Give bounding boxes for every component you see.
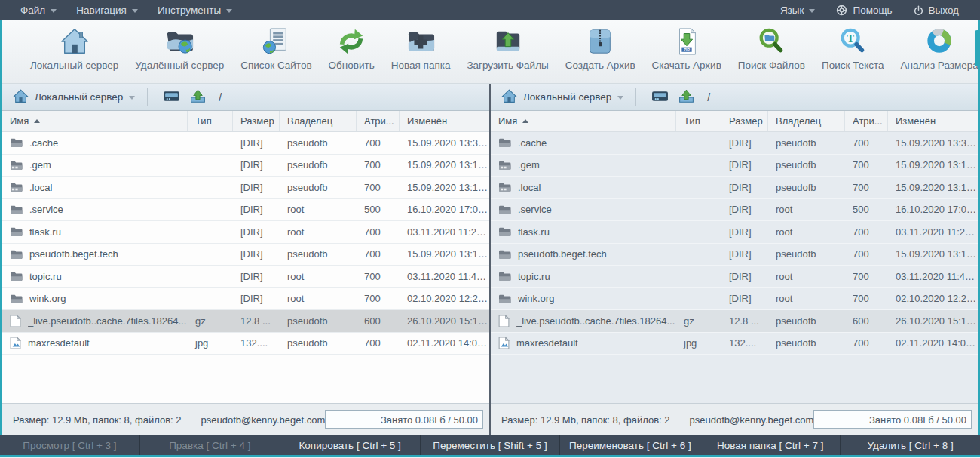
file-name: .service (29, 204, 63, 215)
table-row[interactable]: wink.org[DIR]root70002.10.2020 12:25... (2, 288, 489, 311)
tool-site-list[interactable]: Список Сайтов (232, 24, 320, 72)
folder-icon (498, 226, 511, 237)
table-row[interactable]: _live.pseudofb..cache.7files.18264...gz1… (491, 310, 978, 333)
column-header-attrs[interactable]: Атри... (357, 111, 400, 131)
cell-modified: 15.09.2020 13:12... (400, 159, 489, 171)
cell-name: .service (491, 204, 676, 215)
menu-tools[interactable]: Инструменты (148, 0, 242, 20)
menu-navigation[interactable]: Навигация (66, 0, 148, 20)
cell-attrs: 700 (357, 226, 400, 238)
btn-new-folder[interactable]: Новая папка [ Ctrl + 7 ] (700, 435, 840, 455)
edge-tab (975, 30, 980, 66)
column-header-name[interactable]: Имя (491, 111, 676, 131)
chevron-down-icon (132, 9, 138, 13)
drive-icon (163, 90, 180, 105)
chevron-down-icon (226, 9, 232, 13)
table-row[interactable]: .local[DIR]pseudofb70015.09.2020 13:12..… (2, 177, 489, 199)
server-dropdown[interactable]: Локальный сервер (10, 87, 141, 108)
menu-file[interactable]: Файл (11, 0, 66, 20)
column-header-modified[interactable]: Изменён (400, 111, 489, 131)
parent-dir-button[interactable] (185, 88, 211, 107)
path-bar: Локальный сервер / (2, 84, 489, 111)
disk-select-button[interactable] (158, 88, 185, 106)
cell-attrs: 700 (357, 293, 400, 304)
tool-upload-files[interactable]: Загрузить Файлы (458, 24, 556, 72)
file-name: .gem (518, 159, 540, 171)
table-row[interactable]: topic.ru[DIR]root70003.11.2020 11:46... (491, 266, 978, 288)
tool-label: Локальный сервер (30, 60, 118, 71)
column-header-name[interactable]: Имя (2, 111, 188, 131)
table-row[interactable]: .gem[DIR]pseudofb70015.09.2020 13:12... (491, 155, 978, 177)
file-name: pseudofb.beget.tech (29, 248, 118, 260)
cell-modified: 16.10.2020 17:04... (888, 204, 978, 215)
table-row[interactable]: maxresdefaultjpg132....pseudofb70002.11.… (2, 333, 489, 355)
btn-delete[interactable]: Удалить [ Ctrl + 8 ] (840, 435, 980, 455)
column-label: Атри... (364, 115, 394, 127)
tool-create-archive[interactable]: Создать Архив (557, 24, 644, 72)
menu-bar: ФайлНавигацияИнструменты ЯзыкПомощьВыход (0, 0, 980, 20)
table-row[interactable]: .service[DIR]root50016.10.2020 17:04... (2, 199, 489, 222)
column-header-attrs[interactable]: Атри... (845, 111, 888, 131)
table-row[interactable]: .service[DIR]root50016.10.2020 17:04... (491, 199, 978, 222)
table-row[interactable]: topic.ru[DIR]root70003.11.2020 11:46... (2, 266, 489, 288)
btn-rename[interactable]: Переименовать [ Ctrl + 6 ] (559, 435, 700, 455)
panes: Локальный сервер / ИмяТипРазмерВладелецА… (2, 84, 978, 435)
current-path: / (219, 91, 222, 103)
btn-copy[interactable]: Копировать [ Ctrl + 5 ] (280, 435, 420, 455)
pathbar-separator (147, 88, 148, 106)
table-row[interactable]: _live.pseudofb..cache.7files.18264...gz1… (2, 310, 489, 333)
tool-remote-server[interactable]: Удалённый сервер (127, 24, 232, 72)
menu-help[interactable]: Помощь (825, 0, 902, 20)
table-row[interactable]: wink.org[DIR]root70002.10.2020 12:25... (491, 288, 978, 311)
folder-shared-icon (10, 160, 23, 171)
file-name: .service (518, 204, 552, 215)
cell-modified: 03.11.2020 11:21... (888, 226, 978, 238)
server-dropdown[interactable]: Локальный сервер (498, 87, 629, 108)
cell-owner: root (768, 271, 845, 282)
selection-summary: Размер: 12.9 Mb, папок: 8, файлов: 2 (13, 414, 182, 426)
table-row[interactable]: .local[DIR]pseudofb70015.09.2020 13:12..… (491, 177, 978, 199)
column-header-owner[interactable]: Владелец (280, 111, 357, 131)
table-row[interactable]: flask.ru[DIR]root70003.11.2020 11:21... (491, 221, 978, 244)
account-label: pseudofb@kenny.beget.com (201, 414, 326, 426)
column-label: Владелец (287, 115, 332, 127)
cell-name: flask.ru (491, 226, 676, 238)
folder-icon (10, 294, 23, 304)
tool-download-archive[interactable]: ZIPСкачать Архив (644, 24, 730, 72)
cell-modified: 03.11.2020 11:21... (400, 226, 489, 238)
tool-local-server[interactable]: Локальный сервер (22, 24, 127, 72)
tool-new-folder[interactable]: Новая папка (383, 24, 459, 72)
column-header-modified[interactable]: Изменён (888, 111, 978, 131)
cell-size: [DIR] (233, 204, 280, 215)
column-header-size[interactable]: Размер (233, 111, 280, 131)
tool-size-analysis[interactable]: Анализ Размера (893, 24, 980, 72)
menu-label: Язык (780, 5, 804, 16)
table-row[interactable]: .cache[DIR]pseudofb70015.09.2020 13:33..… (491, 132, 978, 155)
tool-search-text[interactable]: TПоиск Текста (813, 24, 893, 72)
column-header-size[interactable]: Размер (721, 111, 768, 131)
cell-attrs: 700 (845, 248, 888, 260)
folder-icon (10, 271, 23, 281)
btn-move[interactable]: Переместить [ Shift + 5 ] (420, 435, 560, 455)
file-name: wink.org (518, 293, 554, 304)
table-row[interactable]: maxresdefaultjpg132....pseudofb70002.11.… (491, 333, 978, 355)
table-row[interactable]: .cache[DIR]pseudofb70015.09.2020 13:33..… (2, 132, 489, 155)
cell-size: [DIR] (233, 226, 280, 238)
parent-dir-button[interactable] (673, 88, 700, 107)
table-row[interactable]: pseudofb.beget.tech[DIR]pseudofb70015.09… (491, 244, 978, 266)
menu-logout[interactable]: Выход (903, 0, 969, 20)
column-header-type[interactable]: Тип (188, 111, 233, 131)
menu-language[interactable]: Язык (770, 0, 826, 20)
cell-type: gz (676, 315, 721, 327)
tool-refresh[interactable]: Обновить (320, 24, 383, 72)
disk-select-button[interactable] (647, 88, 673, 106)
cell-name: wink.org (2, 293, 188, 304)
cell-owner: root (280, 204, 357, 215)
tool-search-files[interactable]: Поиск Файлов (730, 24, 813, 72)
table-row[interactable]: pseudofb.beget.tech[DIR]pseudofb70015.09… (2, 244, 489, 266)
chevron-down-icon (51, 9, 57, 13)
column-header-owner[interactable]: Владелец (768, 111, 845, 131)
column-header-type[interactable]: Тип (676, 111, 721, 131)
table-row[interactable]: flask.ru[DIR]root70003.11.2020 11:21... (2, 221, 489, 244)
table-row[interactable]: .gem[DIR]pseudofb70015.09.2020 13:12... (2, 155, 489, 177)
